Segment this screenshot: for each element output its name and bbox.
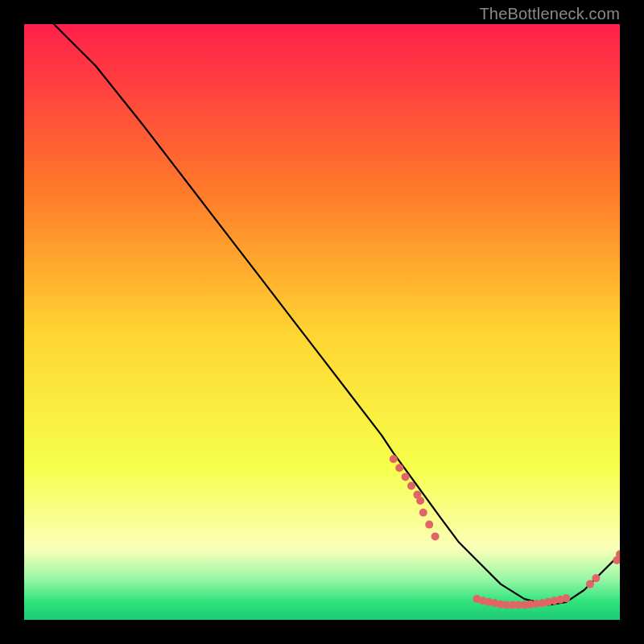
scatter-dot bbox=[431, 532, 440, 540]
scatter-dot bbox=[416, 497, 424, 505]
scatter-dot bbox=[419, 509, 427, 517]
scatter-dot bbox=[586, 580, 594, 588]
scatter-dot bbox=[562, 594, 570, 602]
scatter-dot bbox=[425, 521, 433, 529]
scatter-dot bbox=[402, 473, 410, 481]
plot-svg bbox=[24, 24, 620, 620]
scatter-dot bbox=[390, 455, 398, 463]
gradient-background bbox=[24, 24, 620, 620]
plot-area bbox=[24, 24, 620, 620]
scatter-dot bbox=[592, 574, 600, 582]
scatter-dot bbox=[407, 482, 415, 490]
chart-stage: TheBottleneck.com bbox=[0, 0, 644, 644]
scatter-dot bbox=[395, 464, 403, 472]
watermark-text: TheBottleneck.com bbox=[479, 5, 620, 23]
